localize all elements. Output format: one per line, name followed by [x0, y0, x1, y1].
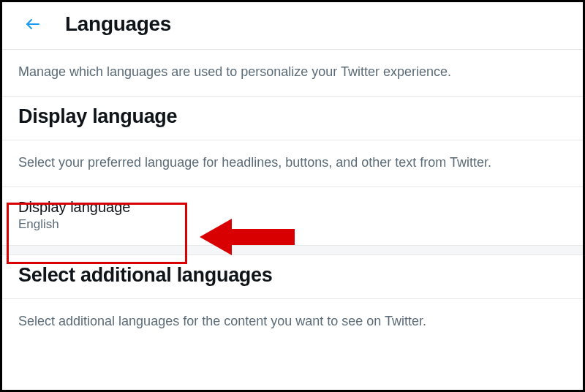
display-language-row-value: English	[18, 217, 567, 232]
display-language-heading: Display language	[2, 97, 583, 140]
page-title: Languages	[65, 12, 171, 36]
display-language-row[interactable]: Display language English	[2, 187, 583, 245]
back-arrow-icon[interactable]	[24, 15, 42, 33]
additional-languages-heading: Select additional languages	[2, 255, 583, 298]
settings-header: Languages	[2, 2, 583, 49]
additional-languages-description: Select additional languages for the cont…	[2, 299, 583, 345]
intro-description: Manage which languages are used to perso…	[2, 50, 583, 96]
section-gap	[2, 246, 583, 255]
display-language-description: Select your preferred language for headl…	[2, 140, 583, 186]
display-language-row-label: Display language	[18, 199, 567, 216]
